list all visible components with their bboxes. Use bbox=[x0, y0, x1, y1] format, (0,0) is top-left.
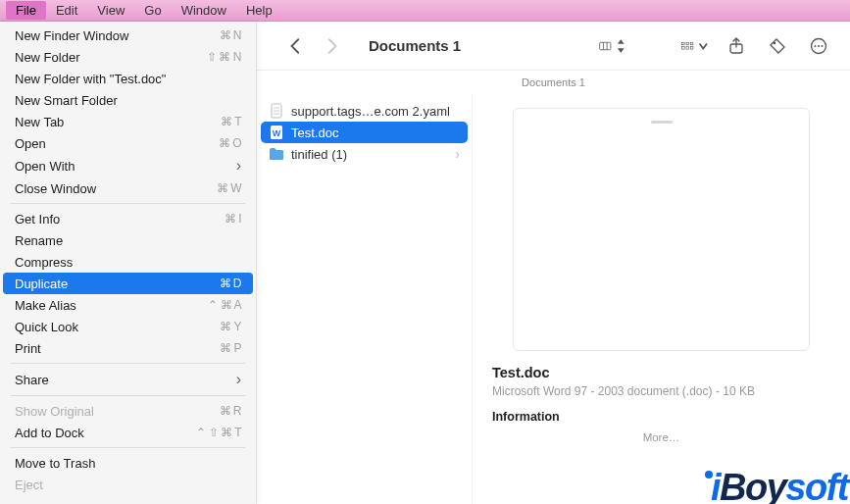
back-button[interactable] bbox=[282, 34, 310, 58]
chevron-right-icon: › bbox=[236, 157, 241, 175]
menu-item-quick-look[interactable]: Quick Look⌘ Y bbox=[3, 316, 253, 337]
menu-item-move-to-trash[interactable]: Move to Trash bbox=[3, 452, 253, 474]
menubar-item-go[interactable]: Go bbox=[134, 1, 171, 20]
menu-shortcut: ⌃ ⇧ ⌘ T bbox=[196, 426, 241, 439]
menu-item-share[interactable]: Share› bbox=[3, 368, 253, 391]
menu-item-close-window[interactable]: Close Window⌘ W bbox=[3, 177, 253, 199]
menu-item-add-to-dock[interactable]: Add to Dock⌃ ⇧ ⌘ T bbox=[3, 422, 253, 443]
file-name: tinified (1) bbox=[291, 147, 347, 162]
chevron-right-icon: › bbox=[455, 146, 460, 162]
svg-point-12 bbox=[815, 45, 817, 47]
preview-subtitle: Microsoft Word 97 - 2003 document (.doc)… bbox=[492, 384, 830, 398]
menu-item-label: New Finder Window bbox=[15, 28, 128, 43]
menu-item-make-alias[interactable]: Make Alias⌃ ⌘ A bbox=[3, 294, 253, 316]
menu-item-new-finder-window[interactable]: New Finder Window⌘ N bbox=[3, 25, 253, 46]
menu-item-open[interactable]: Open⌘ O bbox=[3, 132, 253, 154]
menubar-item-view[interactable]: View bbox=[87, 1, 134, 20]
finder-window: Documents 1 bbox=[0, 22, 850, 504]
share-button[interactable] bbox=[723, 34, 750, 58]
menu-item-label: Duplicate bbox=[15, 277, 68, 291]
file-list-column: support.tags…e.com 2.yamlWTest.doctinifi… bbox=[257, 94, 473, 504]
view-mode-button[interactable] bbox=[599, 34, 626, 58]
file-row[interactable]: support.tags…e.com 2.yaml bbox=[261, 100, 468, 122]
menu-item-new-tab[interactable]: New Tab⌘ T bbox=[3, 111, 253, 132]
menu-item-show-original: Show Original⌘ R bbox=[3, 400, 253, 422]
menu-item-get-info[interactable]: Get Info⌘ I bbox=[3, 208, 253, 229]
more-actions-button[interactable] bbox=[805, 34, 832, 58]
menu-item-label: New Folder with "Test.doc" bbox=[15, 72, 166, 86]
ellipsis-circle-icon bbox=[810, 37, 827, 55]
preview-section-header: Information bbox=[492, 410, 830, 424]
up-down-icon bbox=[615, 37, 627, 55]
menu-item-print[interactable]: Print⌘ P bbox=[3, 337, 253, 359]
forward-button[interactable] bbox=[318, 34, 345, 58]
menu-item-label: Rename bbox=[15, 233, 63, 248]
menu-item-label: Compress bbox=[15, 255, 73, 270]
document-icon: W bbox=[269, 125, 284, 140]
path-bar[interactable]: Documents 1 bbox=[257, 71, 850, 94]
menu-shortcut: ⌘ T bbox=[221, 115, 241, 128]
menu-separator bbox=[11, 203, 245, 204]
menu-separator bbox=[11, 395, 245, 396]
menu-shortcut: ⌘ P bbox=[220, 341, 241, 355]
menu-item-label: Move to Trash bbox=[15, 456, 95, 471]
chevron-left-icon bbox=[287, 37, 305, 55]
menu-shortcut: ⌘ N bbox=[220, 28, 242, 42]
document-icon bbox=[269, 103, 284, 119]
menu-item-label: New Folder bbox=[15, 50, 79, 65]
menu-item-label: Open bbox=[15, 136, 46, 151]
menu-separator bbox=[11, 447, 245, 448]
menubar-item-edit[interactable]: Edit bbox=[46, 1, 87, 20]
columns-icon bbox=[599, 37, 612, 55]
menu-item-label: Add to Dock bbox=[15, 426, 84, 440]
menu-item-new-folder[interactable]: New Folder⇧ ⌘ N bbox=[3, 46, 253, 68]
menu-shortcut: ⌘ D bbox=[220, 277, 242, 290]
grid-group-icon bbox=[681, 37, 694, 55]
menu-item-label: Show Original bbox=[15, 404, 94, 419]
file-name: support.tags…e.com 2.yaml bbox=[291, 104, 450, 119]
svg-rect-7 bbox=[686, 46, 689, 49]
svg-rect-3 bbox=[682, 42, 685, 45]
menu-item-compress[interactable]: Compress bbox=[3, 251, 253, 273]
menu-item-label: Print bbox=[15, 341, 41, 356]
menu-item-duplicate[interactable]: Duplicate⌘ D bbox=[3, 273, 253, 294]
menubar: File Edit View Go Window Help bbox=[0, 0, 850, 22]
menu-item-rename[interactable]: Rename bbox=[3, 229, 253, 251]
menu-item-new-smart-folder[interactable]: New Smart Folder bbox=[3, 89, 253, 111]
menu-shortcut: ⌘ R bbox=[220, 404, 242, 418]
preview-title: Test.doc bbox=[492, 365, 830, 380]
menu-shortcut: ⌃ ⌘ A bbox=[208, 298, 241, 312]
svg-rect-5 bbox=[690, 42, 693, 45]
menubar-item-window[interactable]: Window bbox=[172, 1, 236, 20]
menu-item-label: Make Alias bbox=[15, 298, 76, 313]
menu-shortcut: ⇧ ⌘ N bbox=[207, 50, 241, 64]
menu-shortcut: ⌘ W bbox=[217, 181, 241, 195]
folder-icon bbox=[269, 146, 284, 162]
menu-item-eject: Eject bbox=[3, 474, 253, 495]
menubar-item-help[interactable]: Help bbox=[236, 1, 282, 20]
menu-item-open-with[interactable]: Open With› bbox=[3, 154, 253, 177]
svg-point-14 bbox=[822, 45, 824, 47]
file-row[interactable]: WTest.doc bbox=[261, 122, 468, 143]
tags-button[interactable] bbox=[764, 34, 791, 58]
menu-shortcut: ⌘ O bbox=[219, 136, 241, 150]
content-area: support.tags…e.com 2.yamlWTest.doctinifi… bbox=[257, 94, 850, 504]
file-row[interactable]: tinified (1)› bbox=[261, 143, 468, 165]
svg-point-10 bbox=[774, 41, 776, 44]
menu-item-label: Quick Look bbox=[15, 320, 78, 334]
menu-item-label: Share bbox=[15, 373, 49, 387]
svg-rect-4 bbox=[686, 42, 689, 45]
menubar-item-file[interactable]: File bbox=[6, 1, 46, 20]
svg-rect-6 bbox=[682, 46, 685, 49]
group-by-button[interactable] bbox=[681, 34, 709, 58]
window-title: Documents 1 bbox=[369, 37, 461, 54]
menu-separator bbox=[11, 363, 245, 364]
svg-rect-8 bbox=[690, 46, 693, 49]
preview-pane: Test.doc Microsoft Word 97 - 2003 docume… bbox=[473, 94, 850, 504]
svg-text:W: W bbox=[273, 128, 281, 138]
chevron-right-icon bbox=[323, 37, 340, 55]
svg-rect-0 bbox=[600, 42, 611, 50]
preview-more-link[interactable]: More… bbox=[492, 431, 830, 443]
menu-item-new-folder-with-test-doc[interactable]: New Folder with "Test.doc" bbox=[3, 68, 253, 89]
preview-thumbnail[interactable] bbox=[513, 108, 811, 351]
